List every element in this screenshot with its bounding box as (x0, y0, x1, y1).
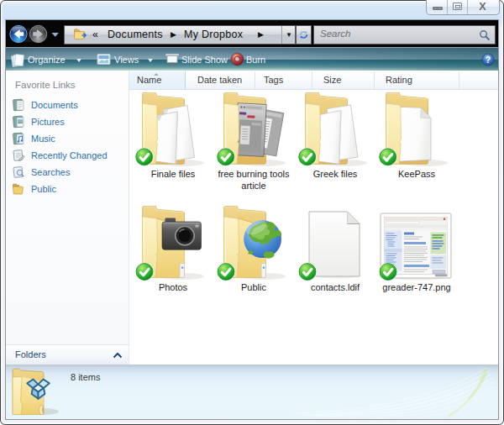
svg-text:?: ? (486, 55, 491, 65)
